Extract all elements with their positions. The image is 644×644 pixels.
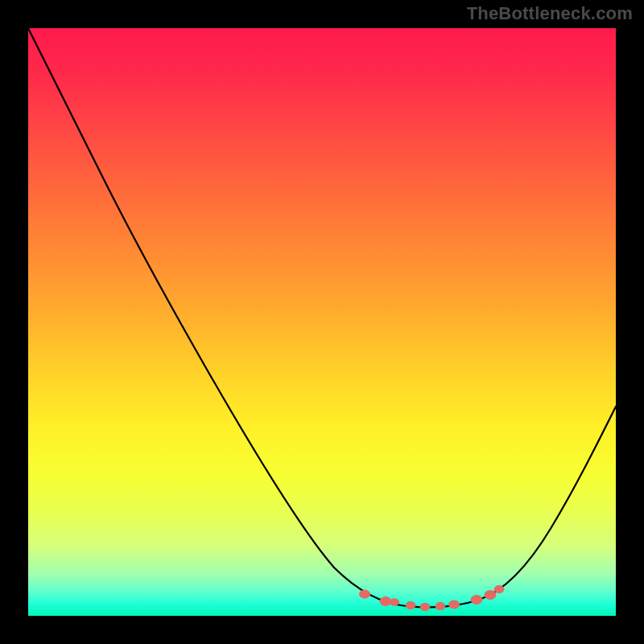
valley-dot (494, 585, 504, 592)
valley-dot (420, 603, 430, 610)
watermark-text: TheBottleneck.com (467, 3, 633, 24)
chart-plot-area (28, 28, 616, 616)
curve-layer (28, 28, 616, 616)
valley-dot (390, 599, 399, 606)
valley-dot (471, 596, 482, 605)
valley-dot (380, 597, 391, 606)
bottleneck-curve (28, 28, 616, 607)
valley-dot (406, 601, 415, 609)
valley-dot (449, 601, 460, 609)
valley-dot (485, 591, 496, 600)
valley-dot (360, 590, 370, 598)
valley-dot (436, 602, 445, 609)
